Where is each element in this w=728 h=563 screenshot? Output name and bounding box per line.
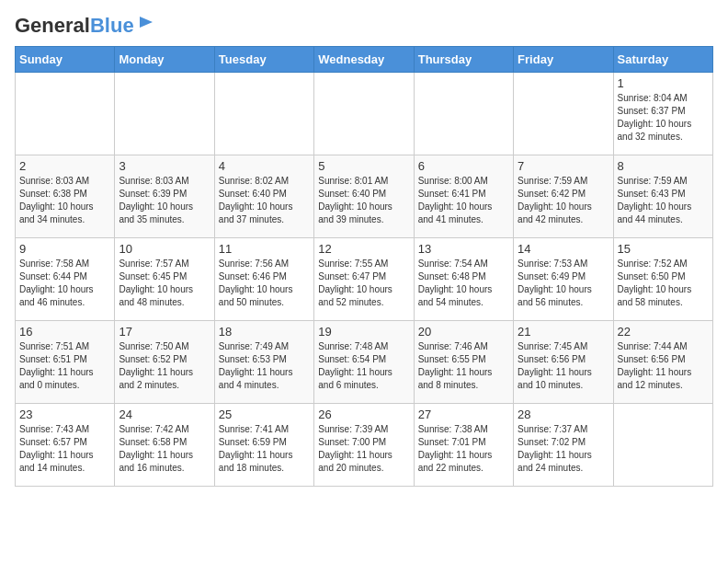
day-number: 9 [19,242,110,256]
day-number: 23 [19,408,110,421]
day-number: 24 [119,408,210,421]
calendar-cell: 28Sunrise: 7:37 AM Sunset: 7:02 PM Dayli… [514,404,613,487]
day-info: Sunrise: 7:42 AM Sunset: 6:58 PM Dayligh… [119,423,210,475]
day-info: Sunrise: 7:51 AM Sunset: 6:51 PM Dayligh… [19,340,110,392]
day-number: 3 [119,159,210,173]
day-number: 11 [219,242,310,256]
day-number: 8 [618,159,709,173]
calendar-cell: 10Sunrise: 7:57 AM Sunset: 6:45 PM Dayli… [115,238,214,321]
calendar-cell: 23Sunrise: 7:43 AM Sunset: 6:57 PM Dayli… [16,404,115,487]
day-number: 1 [618,76,709,90]
page-header: GeneralBlue [15,15,713,37]
calendar-cell: 11Sunrise: 7:56 AM Sunset: 6:46 PM Dayli… [214,238,313,321]
day-number: 2 [19,159,110,173]
calendar-cell: 15Sunrise: 7:52 AM Sunset: 6:50 PM Dayli… [613,238,712,321]
calendar-cell: 22Sunrise: 7:44 AM Sunset: 6:56 PM Dayli… [613,321,712,404]
calendar-cell [16,73,115,155]
calendar-cell [414,73,513,155]
day-info: Sunrise: 7:41 AM Sunset: 6:59 PM Dayligh… [219,423,310,475]
day-info: Sunrise: 7:46 AM Sunset: 6:55 PM Dayligh… [418,340,509,392]
day-number: 27 [418,408,509,421]
day-number: 5 [318,159,409,173]
day-number: 13 [418,242,509,256]
calendar-cell: 3Sunrise: 8:03 AM Sunset: 6:39 PM Daylig… [115,155,214,238]
calendar-cell: 2Sunrise: 8:03 AM Sunset: 6:38 PM Daylig… [16,155,115,238]
day-number: 16 [19,325,110,339]
day-number: 25 [219,408,310,421]
day-number: 14 [518,242,609,256]
logo-icon [136,13,154,31]
calendar-cell [214,73,313,155]
day-info: Sunrise: 7:57 AM Sunset: 6:45 PM Dayligh… [119,258,210,309]
calendar-cell [514,73,613,155]
calendar-cell [314,73,414,155]
weekday-header-tuesday: Tuesday [214,47,313,73]
weekday-header-wednesday: Wednesday [314,47,414,73]
day-info: Sunrise: 7:39 AM Sunset: 7:00 PM Dayligh… [318,423,409,475]
day-number: 19 [318,325,409,339]
day-number: 10 [119,242,210,256]
calendar-cell: 12Sunrise: 7:55 AM Sunset: 6:47 PM Dayli… [314,238,414,321]
logo: GeneralBlue [15,15,154,37]
day-number: 12 [318,242,409,256]
day-info: Sunrise: 7:38 AM Sunset: 7:01 PM Dayligh… [418,423,509,475]
weekday-header-saturday: Saturday [613,47,712,73]
calendar-cell: 18Sunrise: 7:49 AM Sunset: 6:53 PM Dayli… [214,321,313,404]
day-info: Sunrise: 8:02 AM Sunset: 6:40 PM Dayligh… [219,175,310,226]
weekday-header-sunday: Sunday [16,47,115,73]
day-info: Sunrise: 8:01 AM Sunset: 6:40 PM Dayligh… [318,175,409,226]
calendar-cell: 7Sunrise: 7:59 AM Sunset: 6:42 PM Daylig… [514,155,613,238]
day-info: Sunrise: 7:45 AM Sunset: 6:56 PM Dayligh… [518,340,609,392]
calendar-cell: 8Sunrise: 7:59 AM Sunset: 6:43 PM Daylig… [613,155,712,238]
day-number: 7 [518,159,609,173]
day-info: Sunrise: 7:43 AM Sunset: 6:57 PM Dayligh… [19,423,110,475]
calendar-cell: 9Sunrise: 7:58 AM Sunset: 6:44 PM Daylig… [16,238,115,321]
day-number: 28 [518,408,609,421]
calendar-cell: 19Sunrise: 7:48 AM Sunset: 6:54 PM Dayli… [314,321,414,404]
day-info: Sunrise: 8:03 AM Sunset: 6:38 PM Dayligh… [19,175,110,226]
calendar-cell [613,404,712,487]
day-info: Sunrise: 8:00 AM Sunset: 6:41 PM Dayligh… [418,175,509,226]
svg-marker-0 [140,17,153,28]
day-number: 6 [418,159,509,173]
day-number: 20 [418,325,509,339]
calendar-cell: 24Sunrise: 7:42 AM Sunset: 6:58 PM Dayli… [115,404,214,487]
weekday-header-friday: Friday [514,47,613,73]
calendar-table: SundayMondayTuesdayWednesdayThursdayFrid… [15,46,713,487]
day-info: Sunrise: 7:44 AM Sunset: 6:56 PM Dayligh… [618,340,709,392]
day-info: Sunrise: 7:37 AM Sunset: 7:02 PM Dayligh… [518,423,609,475]
day-info: Sunrise: 7:59 AM Sunset: 6:42 PM Dayligh… [518,175,609,226]
day-number: 21 [518,325,609,339]
day-info: Sunrise: 7:49 AM Sunset: 6:53 PM Dayligh… [219,340,310,392]
day-number: 18 [219,325,310,339]
day-info: Sunrise: 7:56 AM Sunset: 6:46 PM Dayligh… [219,258,310,309]
logo-text: GeneralBlue [15,15,134,37]
calendar-cell: 20Sunrise: 7:46 AM Sunset: 6:55 PM Dayli… [414,321,513,404]
day-info: Sunrise: 7:59 AM Sunset: 6:43 PM Dayligh… [618,175,709,226]
calendar-cell: 13Sunrise: 7:54 AM Sunset: 6:48 PM Dayli… [414,238,513,321]
day-number: 4 [219,159,310,173]
calendar-cell: 16Sunrise: 7:51 AM Sunset: 6:51 PM Dayli… [16,321,115,404]
weekday-header-monday: Monday [115,47,214,73]
calendar-cell [115,73,214,155]
calendar-cell: 14Sunrise: 7:53 AM Sunset: 6:49 PM Dayli… [514,238,613,321]
day-number: 22 [618,325,709,339]
day-info: Sunrise: 7:52 AM Sunset: 6:50 PM Dayligh… [618,258,709,309]
day-number: 26 [318,408,409,421]
day-info: Sunrise: 7:54 AM Sunset: 6:48 PM Dayligh… [418,258,509,309]
weekday-header-thursday: Thursday [414,47,513,73]
day-info: Sunrise: 8:03 AM Sunset: 6:39 PM Dayligh… [119,175,210,226]
day-info: Sunrise: 7:58 AM Sunset: 6:44 PM Dayligh… [19,258,110,309]
calendar-cell: 1Sunrise: 8:04 AM Sunset: 6:37 PM Daylig… [613,73,712,155]
day-info: Sunrise: 7:48 AM Sunset: 6:54 PM Dayligh… [318,340,409,392]
day-info: Sunrise: 8:04 AM Sunset: 6:37 PM Dayligh… [618,92,709,144]
calendar-cell: 5Sunrise: 8:01 AM Sunset: 6:40 PM Daylig… [314,155,414,238]
calendar-cell: 6Sunrise: 8:00 AM Sunset: 6:41 PM Daylig… [414,155,513,238]
day-info: Sunrise: 7:53 AM Sunset: 6:49 PM Dayligh… [518,258,609,309]
calendar-cell: 25Sunrise: 7:41 AM Sunset: 6:59 PM Dayli… [214,404,313,487]
calendar-cell: 27Sunrise: 7:38 AM Sunset: 7:01 PM Dayli… [414,404,513,487]
calendar-cell: 21Sunrise: 7:45 AM Sunset: 6:56 PM Dayli… [514,321,613,404]
calendar-cell: 4Sunrise: 8:02 AM Sunset: 6:40 PM Daylig… [214,155,313,238]
day-number: 17 [119,325,210,339]
calendar-cell: 26Sunrise: 7:39 AM Sunset: 7:00 PM Dayli… [314,404,414,487]
